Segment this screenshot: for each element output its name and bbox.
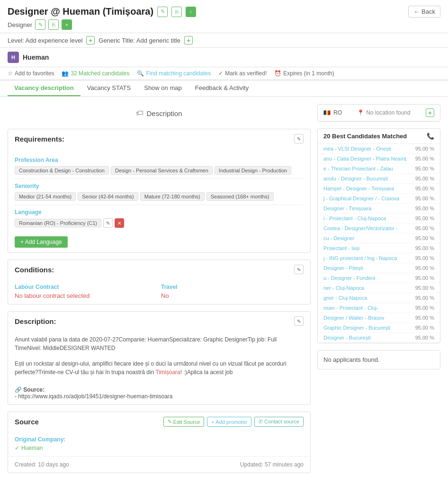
description-card: Description: ✎ Anunt valabil pana la dat… [8, 311, 311, 405]
add-subtitle-btn[interactable]: + [62, 19, 72, 30]
country-code: RO [333, 109, 342, 116]
matched-candidates-link[interactable]: 👥 32 Matched candidates [62, 70, 129, 77]
tag-senior: Senior (42-84 months) [78, 192, 138, 201]
no-location-text: 📍 No location found [357, 109, 410, 116]
company-verified: ✓ Hueman [15, 445, 304, 451]
requirements-card: Requirements: ✎ Profession Area Construc… [8, 129, 311, 253]
level-label: Level: Add experience level [8, 37, 82, 44]
tab-vacancy-stats[interactable]: Vacancy STATS [81, 81, 137, 96]
description-text-2: Ești un rockstar al design-ului, amplifi… [15, 359, 304, 376]
profession-tags: Construction & Design - Construction Des… [15, 166, 304, 175]
remove-language-btn[interactable]: ✕ [115, 218, 124, 228]
list-item: cu - Designer 95.00 % [318, 233, 440, 243]
source-card: Source ✎ Edit Source + Add promoter ✆ Co… [8, 412, 311, 473]
star-icon: ☆ [8, 70, 13, 77]
list-item: j - Graphical Designer / - Craiova 95.00… [318, 194, 440, 204]
source-icon: 🔗 [15, 386, 22, 393]
search-icon: 🔍 [137, 70, 144, 77]
original-company-label: Original Company: [15, 436, 304, 443]
conditions-card: Conditions: ✎ Labour Contract No labour … [8, 260, 311, 305]
list-item: e - Thnician Proiectant - Zalau 95.00 % [318, 164, 440, 174]
description-text-1: Anunt valabil pana la data de 2020-07-27… [15, 335, 304, 352]
edit-requirements-btn[interactable]: ✎ [294, 134, 304, 143]
source-title: Source [15, 418, 39, 426]
pin-icon: 📍 [357, 109, 364, 116]
travel-value: No [161, 292, 304, 299]
contact-source-btn[interactable]: ✆ Contact source [254, 417, 304, 427]
source-url: - https://www.iqads.ro/adjob/19451/desig… [15, 393, 173, 400]
list-item: inea - VLSI Designer - Onești 95.00 % [318, 144, 440, 154]
edit-conditions-btn[interactable]: ✎ [294, 265, 304, 274]
language-label: Language [15, 209, 304, 215]
tag-mature: Mature (72-180 months) [140, 192, 205, 201]
list-item: Designer / Waiter - Brașov 95.00 % [318, 313, 440, 323]
tag-icon: 🏷 [136, 109, 143, 117]
tag-seasoned: Seasoned (168+ months) [206, 192, 274, 201]
list-item: Proiectant - Iași 95.00 % [318, 243, 440, 253]
tab-feedback-activity[interactable]: Feedback & Activity [188, 81, 255, 96]
seniority-label: Seniority [15, 183, 304, 189]
edit-job-btn[interactable]: ✎ [157, 7, 168, 17]
list-item: u - Designer - Fundeni 95.00 % [318, 273, 440, 283]
location-card: 🇷🇴 RO 📍 No location found + [317, 104, 440, 122]
copy-subtitle-btn[interactable]: ⎘ [48, 19, 59, 30]
add-location-btn[interactable]: + [426, 108, 434, 117]
tab-vacancy-description[interactable]: Vacancy description [8, 81, 81, 96]
add-language-btn[interactable]: + Add Language [15, 236, 68, 248]
phone-icon[interactable]: 📞 [427, 133, 434, 140]
company-logo: H [8, 52, 19, 63]
expires-link[interactable]: ⏰ Expires (in 1 month) [274, 70, 334, 77]
profession-area-label: Profession Area [15, 157, 304, 163]
list-item: anu - Catia Designer - Piatra Neamț 95.0… [318, 154, 440, 164]
find-candidates-link[interactable]: 🔍 Find matching candidates [137, 70, 211, 77]
tab-show-on-map[interactable]: Show on map [137, 81, 188, 96]
requirements-title: Requirements: [15, 135, 64, 143]
back-button[interactable]: ← Back [408, 6, 440, 18]
description-card-title: Description: [15, 317, 56, 325]
candidates-list: inea - VLSI Designer - Onești 95.00 % an… [318, 144, 440, 343]
add-promoter-btn[interactable]: + Add promoter [207, 417, 251, 427]
list-item: nsan - Proiectant - Cluj- 95.00 % [318, 303, 440, 313]
labour-contract-value: No labour contract selected [15, 292, 157, 299]
edit-language-btn[interactable]: ✎ [103, 218, 113, 228]
share-job-btn[interactable]: ↑ [186, 7, 196, 17]
edit-source-btn[interactable]: ✎ Edit Source [163, 417, 205, 427]
labour-contract-label: Labour Contract [15, 284, 157, 290]
list-item: Designer - Pitești 95.00 % [318, 263, 440, 273]
list-item: gner - Cluj-Napoca 95.00 % [318, 293, 440, 303]
seniority-tags: Medior (21-54 months) Senior (42-84 mont… [15, 192, 304, 201]
list-item: Hampel - Designer - Timișoara 95.00 % [318, 184, 440, 194]
list-item: Costea - Designer/Vectorizator - 95.00 % [318, 224, 440, 233]
mark-verified-link[interactable]: ✓ Mark as verified! [218, 70, 267, 77]
timisoara-link[interactable]: Timișoara [156, 369, 180, 376]
travel-label: Travel [161, 284, 304, 290]
no-applicants-message: No applicants found. [317, 350, 440, 369]
list-item: i - Proiectant - Cluj-Napoca 95.00 % [318, 214, 440, 224]
edit-description-btn[interactable]: ✎ [294, 316, 304, 326]
edit-icon: ✎ [168, 419, 172, 425]
updated-date: Updated: 57 minutes ago [240, 461, 304, 468]
job-title: Designer @ Hueman (Timișoara) [8, 6, 153, 17]
tabs: Vacancy description Vacancy STATS Show o… [0, 81, 448, 97]
source-label: Source: [23, 386, 45, 393]
tag-medior: Medior (21-54 months) [15, 192, 76, 201]
candidates-icon: 👥 [62, 70, 69, 77]
job-subtitle: Designer [8, 21, 32, 28]
tag-design-personal: Design - Personal Services & Craftsmen [111, 166, 213, 175]
tag-construction: Construction & Design - Construction [15, 166, 109, 175]
company-name: Hueman [23, 54, 49, 61]
candidates-title: 20 Best Candidates Matched [323, 133, 407, 140]
copy-job-btn[interactable]: ⎘ [171, 7, 182, 17]
add-generic-title-btn[interactable]: + [184, 36, 193, 45]
language-tag: Romanian (RO) - Proficiency (C1) [15, 219, 101, 227]
generic-title-label: Generic Title: Add generic title [99, 37, 180, 44]
add-level-btn[interactable]: + [86, 36, 95, 45]
list-item: ner - Cluj-Napoca 95.00 % [318, 283, 440, 293]
list-item: Designer - Timișoara 95.00 % [318, 204, 440, 214]
add-favorites-link[interactable]: ☆ Add to favorites [8, 70, 54, 77]
list-item: Graphic Designer - București 95.00 % [318, 323, 440, 333]
source-link-section: 🔗 Source: - https://www.iqads.ro/adjob/1… [15, 386, 304, 400]
edit-subtitle-btn[interactable]: ✎ [35, 19, 45, 30]
country-flag: 🇷🇴 [323, 109, 331, 116]
check-icon: ✓ [218, 70, 223, 77]
